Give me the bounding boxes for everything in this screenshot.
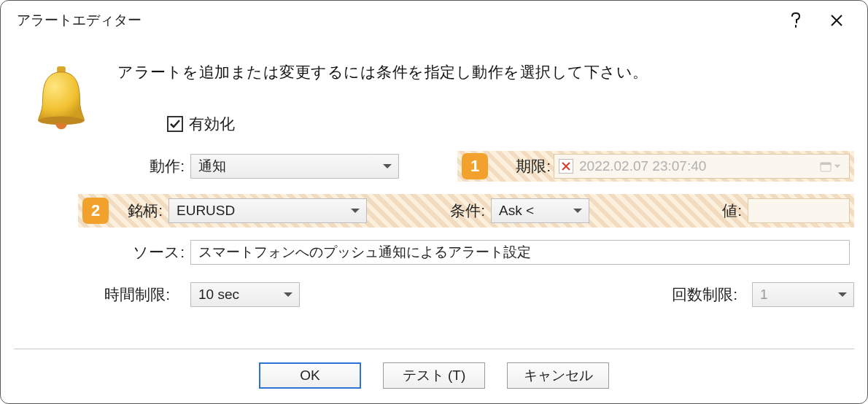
count-limit-combo[interactable]: 1 [752,282,854,307]
close-icon [830,14,843,27]
expire-value: 2022.02.07 23:07:40 [579,158,706,174]
enable-checkbox[interactable] [167,116,183,132]
ok-label: OK [300,368,319,384]
symbol-value: EURUSD [177,203,235,219]
expire-field[interactable]: 2022.02.07 23:07:40 [554,154,850,179]
test-button[interactable]: テスト (T) [383,362,485,389]
value-input[interactable] [748,198,850,223]
time-limit-combo[interactable]: 10 sec [190,282,300,307]
dialog-buttons: OK テスト (T) キャンセル [14,349,854,389]
action-label: 動作: [115,156,190,176]
chevron-down-icon [573,207,583,214]
symbol-label: 銘柄: [116,201,168,221]
chevron-down-icon [837,291,848,298]
condition-combo[interactable]: Ask < [491,198,589,223]
badge-1: 1 [462,153,488,179]
condition-value: Ask < [499,203,534,219]
source-value: スマートフォンへのプッシュ通知によるアラート設定 [198,243,531,262]
titlebar: アラートエディター [1,1,867,40]
ok-button[interactable]: OK [259,362,361,389]
action-combo[interactable]: 通知 [190,154,399,179]
enable-label: 有効化 [189,114,235,134]
action-value: 通知 [198,157,226,176]
check-icon [169,118,181,130]
cancel-label: キャンセル [524,366,593,385]
source-input[interactable]: スマートフォンへのプッシュ通知によるアラート設定 [190,240,850,265]
badge-2: 2 [82,198,109,224]
expire-label: 期限: [495,156,554,176]
test-label: テスト (T) [403,366,466,385]
chevron-down-icon [283,291,293,298]
help-button[interactable] [775,6,816,35]
svg-rect-3 [821,163,831,165]
time-limit-label: 時間制限: [100,284,176,305]
chevron-down-icon [350,207,360,214]
window-title: アラートエディター [17,11,142,30]
cancel-button[interactable]: キャンセル [507,362,609,389]
x-icon [562,162,570,171]
source-label: ソース: [115,242,190,263]
count-limit-value: 1 [760,287,768,303]
condition-label: 条件: [367,201,491,221]
time-limit-value: 10 sec [198,287,239,303]
clear-date-button[interactable] [559,159,573,174]
help-icon [791,12,801,28]
count-limit-label: 回数制限: [672,284,743,305]
calendar-icon [815,155,845,177]
chevron-down-icon [382,163,392,170]
alert-editor-window: アラートエディター [0,0,868,404]
value-label: 値: [589,201,748,221]
symbol-combo[interactable]: EURUSD [168,198,367,223]
bell-icon [31,65,91,139]
close-button[interactable] [816,6,857,35]
dialog-description: アラートを追加または変更するには条件を指定し動作を選択して下さい。 [117,62,854,82]
